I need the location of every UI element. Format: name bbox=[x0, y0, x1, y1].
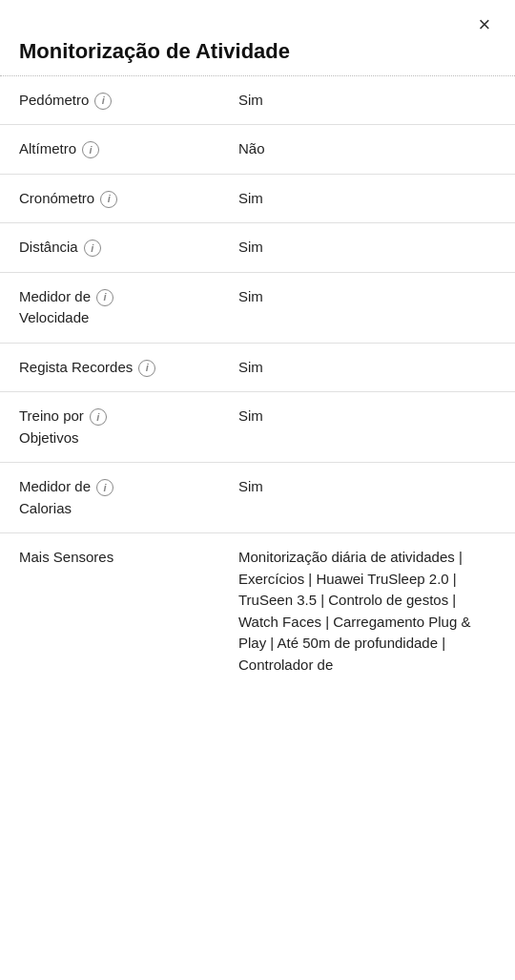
row-label-text: Treino por bbox=[19, 406, 84, 427]
info-icon[interactable]: i bbox=[94, 93, 112, 110]
info-icon[interactable]: i bbox=[138, 360, 155, 377]
row-label-cell: Medidor deiCalorias bbox=[19, 476, 229, 519]
table-row: Mais SensoresMonitorização diária de ati… bbox=[0, 533, 515, 689]
info-icon[interactable]: i bbox=[90, 408, 107, 426]
row-label-text: Distância bbox=[19, 237, 78, 259]
table-row: PedómetroiSim bbox=[0, 76, 515, 126]
row-value-cell: Monitorização diária de atividades | Exe… bbox=[229, 547, 496, 676]
table-row: CronómetroiSim bbox=[0, 175, 515, 224]
row-value-cell: Sim bbox=[229, 476, 496, 498]
row-value-cell: Não bbox=[229, 138, 496, 160]
info-icon[interactable]: i bbox=[82, 141, 99, 158]
label-multiline: Medidor deiCalorias bbox=[19, 476, 113, 519]
info-icon[interactable]: i bbox=[100, 191, 117, 208]
row-label-line2: Calorias bbox=[19, 498, 113, 520]
row-label-cell: Medidor deiVelocidade bbox=[19, 286, 229, 329]
row-label-text: Regista Recordes bbox=[19, 357, 133, 379]
row-label-text: Mais Sensores bbox=[19, 547, 113, 569]
info-icon[interactable]: i bbox=[84, 240, 101, 257]
row-label-text: Medidor de bbox=[19, 286, 91, 308]
row-label-cell: Regista Recordesi bbox=[19, 357, 229, 379]
info-icon[interactable]: i bbox=[96, 479, 113, 496]
info-icon[interactable]: i bbox=[96, 289, 113, 306]
row-label-cell: Distânciai bbox=[19, 237, 229, 259]
table-row: Treino poriObjetivosSim bbox=[0, 392, 515, 463]
table-row: Medidor deiCaloriasSim bbox=[0, 463, 515, 533]
table-row: DistânciaiSim bbox=[0, 223, 515, 273]
label-multiline: Treino poriObjetivos bbox=[19, 406, 107, 448]
row-value-cell: Sim bbox=[229, 188, 496, 210]
close-icon: × bbox=[479, 12, 491, 37]
row-value-cell: Sim bbox=[229, 357, 496, 379]
row-value-cell: Sim bbox=[229, 237, 496, 259]
row-label-cell: Mais Sensores bbox=[19, 547, 229, 569]
row-value-cell: Sim bbox=[229, 286, 496, 308]
table-row: Medidor deiVelocidadeSim bbox=[0, 273, 515, 344]
row-label-text: Altímetro bbox=[19, 138, 76, 160]
row-label-line2: Velocidade bbox=[19, 307, 113, 329]
row-label-cell: Pedómetroi bbox=[19, 90, 229, 112]
row-label-cell: Altímetroi bbox=[19, 138, 229, 160]
row-label-text: Pedómetro bbox=[19, 90, 89, 112]
activity-table: PedómetroiSimAltímetroiNãoCronómetroiSim… bbox=[0, 76, 515, 690]
close-button[interactable]: × bbox=[469, 10, 500, 40]
row-label-text: Medidor de bbox=[19, 476, 91, 498]
page-title: Monitorização de Atividade bbox=[0, 0, 515, 66]
row-label-text: Cronómetro bbox=[19, 188, 94, 210]
row-label-line2: Objetivos bbox=[19, 427, 107, 449]
table-row: AltímetroiNão bbox=[0, 125, 515, 175]
row-label-cell: Treino poriObjetivos bbox=[19, 406, 229, 448]
label-multiline: Medidor deiVelocidade bbox=[19, 286, 113, 329]
row-label-cell: Cronómetroi bbox=[19, 188, 229, 210]
row-value-cell: Sim bbox=[229, 90, 496, 112]
table-row: Regista RecordesiSim bbox=[0, 344, 515, 393]
row-value-cell: Sim bbox=[229, 406, 496, 427]
